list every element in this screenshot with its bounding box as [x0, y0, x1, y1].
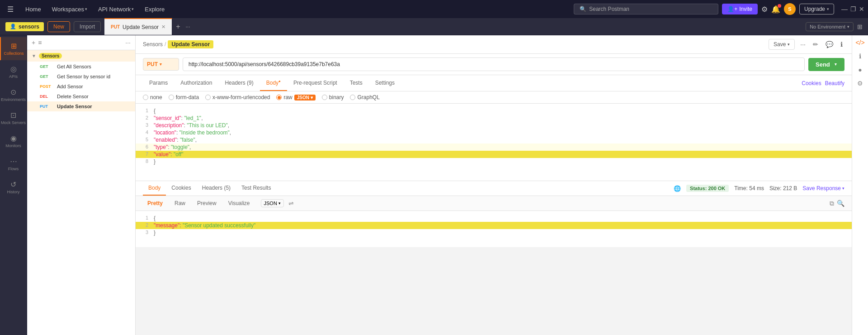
info-button[interactable]: ℹ — [839, 40, 844, 49]
tab-close-icon[interactable]: ✕ — [161, 24, 165, 30]
sidebar-item-monitors[interactable]: ◉ Monitors — [0, 129, 27, 153]
tab-more-button[interactable]: ··· — [184, 24, 192, 30]
api-network-menu-item[interactable]: API Network ▾ — [94, 4, 138, 14]
tab-pre-request-script[interactable]: Pre-request Script — [287, 76, 344, 91]
import-button[interactable]: Import — [74, 21, 101, 32]
breadcrumb-collection-link[interactable]: Sensors — [143, 41, 163, 48]
request-update-sensor[interactable]: PUT Update Sensor — [27, 101, 135, 111]
request-name: Add Sensor — [57, 84, 83, 89]
apis-label: APIs — [9, 74, 18, 79]
right-sidebar: </> ℹ ● ⚙ — [852, 35, 868, 335]
tab-headers[interactable]: Headers (9) — [218, 76, 259, 91]
upgrade-button[interactable]: Upgrade ▾ — [799, 4, 834, 14]
fmt-tab-raw[interactable]: Raw — [170, 198, 190, 208]
breadcrumb-separator: / — [165, 41, 166, 48]
hamburger-menu[interactable]: ☰ — [4, 3, 17, 15]
workspace-tag[interactable]: 👤 sensors — [5, 22, 44, 31]
method-selector[interactable]: PUT ▾ — [143, 58, 179, 71]
json-badge[interactable]: JSON ▾ — [294, 95, 316, 100]
more-options-button[interactable]: ··· — [798, 40, 807, 49]
home-menu-item[interactable]: Home — [21, 4, 46, 14]
tab-settings[interactable]: Settings — [369, 76, 401, 91]
code-icon[interactable]: </> — [855, 39, 864, 46]
grid-icon[interactable]: ⊞ — [857, 23, 863, 30]
workspaces-menu-item[interactable]: Workspaces ▾ — [47, 4, 92, 14]
tab-authorization[interactable]: Authorization — [174, 76, 218, 91]
wrap-icon[interactable]: ⇌ — [288, 200, 294, 207]
resp-tab-cookies[interactable]: Cookies — [166, 181, 196, 196]
active-tab[interactable]: PUT Update Sensor ✕ — [104, 18, 172, 35]
save-response-button[interactable]: Save Response ▾ — [802, 185, 844, 191]
sidebar-item-history[interactable]: ↺ History — [0, 176, 27, 199]
tab-params[interactable]: Params — [143, 76, 174, 91]
window-controls: — ❐ ✕ — [841, 5, 864, 13]
request-get-sensor-by-id[interactable]: GET Get Sensor by sensor id — [27, 72, 135, 81]
more-collections-button[interactable]: ··· — [125, 39, 131, 46]
body-raw-option[interactable]: raw JSON ▾ — [276, 94, 315, 100]
invite-icon: 👤+ — [727, 6, 737, 12]
sidebar-item-apis[interactable]: ◎ APIs — [0, 60, 27, 83]
body-graphql-option[interactable]: GraphQL — [350, 94, 379, 100]
copy-response-button[interactable]: ⧉ — [830, 200, 834, 207]
sidebar-item-environments[interactable]: ⊙ Environments — [0, 83, 27, 106]
resp-tab-body[interactable]: Body — [143, 181, 166, 196]
tab-tests[interactable]: Tests — [344, 76, 369, 91]
tab-bar: PUT Update Sensor ✕ + ··· — [104, 18, 802, 35]
invite-button[interactable]: 👤+ Invite — [722, 4, 758, 14]
search-bar[interactable]: 🔍 Search Postman — [574, 4, 718, 14]
send-button[interactable]: Send ▾ — [808, 58, 844, 71]
fmt-tab-pretty[interactable]: Pretty — [143, 198, 167, 208]
resp-tab-headers[interactable]: Headers (5) — [197, 181, 236, 196]
explore-menu-item[interactable]: Explore — [140, 4, 169, 14]
body-urlencoded-option[interactable]: x-www-form-urlencoded — [205, 94, 270, 100]
body-binary-option[interactable]: binary — [322, 94, 344, 100]
close-button[interactable]: ✕ — [859, 5, 864, 13]
collections-icon: ⊞ — [11, 42, 17, 50]
cookies-link[interactable]: Cookies — [802, 80, 821, 86]
search-response-button[interactable]: 🔍 — [837, 200, 844, 207]
url-input[interactable] — [183, 57, 805, 71]
sidebar-item-collections[interactable]: ⊞ Collections — [0, 37, 27, 60]
body-none-option[interactable]: none — [143, 94, 162, 100]
add-collection-button[interactable]: + — [32, 39, 35, 46]
beautify-button[interactable]: Beautify — [825, 80, 844, 86]
history-icon: ↺ — [10, 180, 16, 189]
new-button[interactable]: New — [47, 21, 70, 32]
request-header-right: Save ▾ ··· ✏ 💬 ℹ — [769, 39, 844, 50]
environment-selector[interactable]: No Environment ▾ — [806, 22, 854, 31]
request-delete-sensor[interactable]: DEL Delete Sensor — [27, 91, 135, 101]
collection-sensors[interactable]: ▼ Sensors — [27, 50, 135, 62]
json-format-selector[interactable]: JSON ▾ — [261, 199, 284, 207]
settings-sidebar-icon[interactable]: ⚙ — [857, 80, 863, 87]
add-tab-button[interactable]: + — [172, 23, 184, 31]
fmt-tab-visualize[interactable]: Visualize — [224, 198, 255, 208]
minimize-button[interactable]: — — [841, 5, 848, 13]
fmt-tab-preview[interactable]: Preview — [193, 198, 221, 208]
maximize-button[interactable]: ❐ — [850, 5, 856, 13]
request-get-all-sensors[interactable]: GET Get All Sensors — [27, 62, 135, 72]
request-name: Update Sensor — [57, 104, 92, 109]
request-add-sensor[interactable]: POST Add Sensor — [27, 81, 135, 91]
tab-body[interactable]: Body● — [260, 75, 287, 91]
save-button[interactable]: Save ▾ — [769, 39, 795, 50]
method-badge-get: GET — [40, 64, 54, 69]
dot-icon[interactable]: ● — [858, 66, 862, 73]
sidebar-item-mock-servers[interactable]: ⊡ Mock Servers — [0, 106, 27, 129]
radio-none — [143, 95, 148, 100]
notifications-button[interactable]: 🔔 — [771, 5, 780, 14]
response-format-bar: Pretty Raw Preview Visualize JSON ▾ ⇌ ⧉ … — [136, 196, 852, 211]
resp-tab-test-results[interactable]: Test Results — [236, 181, 276, 196]
monitors-label: Monitors — [5, 144, 21, 148]
code-editor[interactable]: 1 { 2 "sensor_id": "led_1", 3 "descripti… — [136, 104, 852, 181]
sidebar-item-flows[interactable]: ⋯ Flows — [0, 153, 27, 176]
filter-collections-button[interactable]: ≡ — [38, 39, 42, 46]
settings-button[interactable]: ⚙ — [761, 5, 768, 14]
code-line: 2 "sensor_id": "led_1", — [136, 115, 852, 122]
avatar[interactable]: S — [784, 3, 796, 15]
info-sidebar-icon[interactable]: ℹ — [859, 53, 861, 60]
edit-button[interactable]: ✏ — [811, 40, 820, 49]
env-chevron: ▾ — [847, 24, 849, 29]
body-form-data-option[interactable]: form-data — [169, 94, 199, 100]
comment-button[interactable]: 💬 — [824, 40, 835, 49]
resp-line: 3 } — [136, 229, 852, 236]
